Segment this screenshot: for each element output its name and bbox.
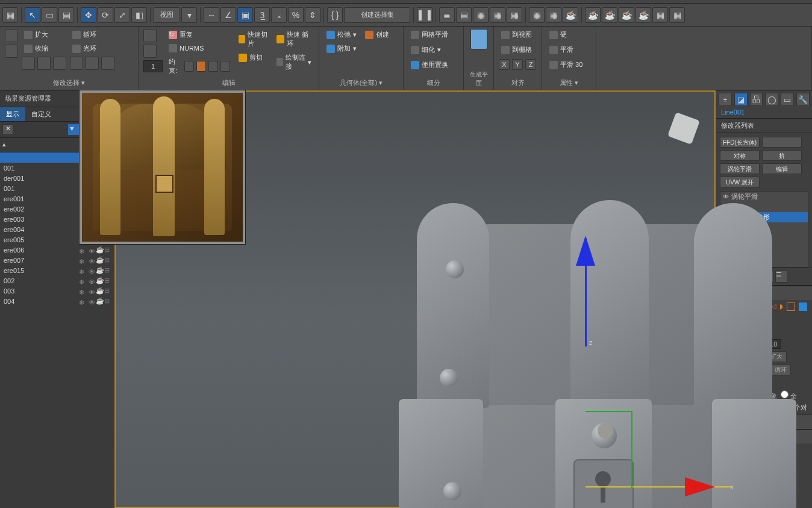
toview-button[interactable]: 到视图 (499, 29, 534, 40)
extra2-icon[interactable]: ▦ (669, 7, 685, 23)
smooth30-button[interactable]: 平滑 30 (547, 59, 585, 71)
quickloop-button[interactable]: 快速 循环 (274, 29, 314, 49)
attach-button[interactable]: 附加 ▾ (324, 43, 359, 54)
modifier-button[interactable] (762, 137, 802, 148)
close-icon[interactable]: ✕ (2, 124, 13, 135)
material-icon[interactable]: ▦ (507, 7, 522, 23)
angle-snap-icon[interactable]: ⦟ (271, 7, 287, 23)
con1-icon[interactable] (184, 61, 194, 72)
edit-num[interactable] (143, 60, 163, 72)
render-frame-icon[interactable]: ▦ (546, 7, 561, 23)
nurms-button[interactable]: NURMS (166, 43, 233, 54)
render-icon[interactable]: ☕ (563, 7, 578, 23)
scale-icon[interactable]: ⤢ (114, 7, 130, 23)
list-item[interactable]: 002❄👁☕⊞ (0, 275, 114, 286)
move-icon[interactable]: ✥ (81, 7, 96, 23)
tab-custom[interactable]: 自定义 (25, 107, 57, 121)
list-item[interactable]: ere006❄👁☕⊞ (0, 245, 114, 255)
schematic-icon[interactable]: ▦ (490, 7, 505, 23)
tab-motion-icon[interactable]: ◯ (765, 93, 778, 106)
subobj-vertex-icon[interactable] (5, 29, 18, 42)
repeat-button[interactable]: ↻重复 (166, 29, 233, 40)
quickslice-button[interactable]: 快速切片 (236, 29, 270, 49)
select-filter-icon[interactable]: ▤ (58, 7, 74, 23)
grow-button[interactable]: 扩大 (22, 29, 66, 40)
viewport-dropdown[interactable]: 视图 (154, 7, 180, 23)
relax-button[interactable]: 松弛 ▾ (324, 29, 359, 40)
modifier-button[interactable]: 编辑 (762, 163, 802, 174)
reference-image[interactable] (80, 90, 245, 244)
teapot3-icon[interactable]: ☕ (619, 7, 634, 23)
cut-button[interactable]: 剪切 (236, 52, 270, 63)
tab-select[interactable]: 显示 (0, 107, 25, 121)
named-sel-icon[interactable]: { } (327, 7, 343, 23)
loop-button[interactable]: 循环 (70, 29, 114, 40)
tab-utilities-icon[interactable]: 🔧 (796, 93, 810, 106)
modifier-button[interactable]: 涡轮平滑 (720, 163, 760, 174)
makeplanar-icon[interactable] (470, 29, 487, 49)
sub6-icon[interactable] (101, 57, 114, 70)
align-y-button[interactable]: Y (512, 59, 523, 70)
render-setup-icon[interactable]: ▦ (529, 7, 545, 23)
transform-gizmo[interactable]: x z (586, 363, 586, 363)
extra1-icon[interactable]: ▦ (652, 7, 668, 23)
tab-hierarchy-icon[interactable]: 品 (750, 93, 763, 106)
modifier-list-label[interactable]: 修改器列表 (716, 119, 812, 133)
teapot4-icon[interactable]: ☕ (636, 7, 651, 23)
viewport[interactable]: x z ✋ (114, 90, 716, 508)
sub5-icon[interactable] (86, 57, 99, 70)
tab-modify-icon[interactable]: ◪ (734, 93, 748, 106)
shrink-button[interactable]: 收缩 (22, 43, 66, 54)
tool-icon[interactable]: ▦ (2, 7, 18, 23)
viewcube[interactable] (667, 112, 700, 145)
subobj-element-icon[interactable] (799, 303, 807, 311)
filter-icon[interactable]: ▼ (68, 124, 79, 135)
tab-create-icon[interactable]: + (719, 93, 732, 106)
sub2-icon[interactable] (37, 57, 51, 70)
snap-toggle-icon[interactable]: ▣ (237, 7, 253, 23)
object-name[interactable]: Line001 (716, 106, 812, 119)
togrid-button[interactable]: 到栅格 (499, 44, 534, 55)
select-region-icon[interactable]: ▭ (42, 7, 57, 23)
layer-icon[interactable]: ▤ (456, 7, 472, 23)
snap3-icon[interactable]: 3̲ (254, 7, 270, 23)
teapot1-icon[interactable]: ☕ (585, 7, 601, 23)
select-icon[interactable]: ↖ (25, 7, 40, 23)
align-icon[interactable]: ≣ (439, 7, 455, 23)
subobj-edge-icon[interactable] (5, 45, 18, 58)
paintconnect-button[interactable]: 绘制连接 ▾ (274, 52, 314, 72)
curve-editor-icon[interactable]: ▦ (473, 7, 489, 23)
align-z-button[interactable]: Z (525, 59, 536, 70)
meshsmooth-button[interactable]: 网格平滑 (408, 29, 451, 40)
hard-button[interactable]: 硬 (547, 29, 569, 40)
list-item[interactable]: 003❄👁☕⊞ (0, 286, 114, 296)
modifier-button[interactable]: UVW 展开 (720, 177, 760, 187)
modifier-button[interactable]: 挤 (762, 150, 802, 161)
coord-icon[interactable]: ▾ (181, 7, 197, 23)
percent-snap-icon[interactable]: % (288, 7, 304, 23)
sub3-icon[interactable] (53, 57, 66, 70)
list-item[interactable]: ere007❄👁☕⊞ (0, 255, 114, 265)
sub1-icon[interactable] (22, 57, 35, 70)
smooth-button[interactable]: 平滑 (547, 44, 576, 55)
placement-icon[interactable]: ◧ (131, 7, 147, 23)
list-item[interactable]: 004❄👁☕⊞ (0, 296, 114, 306)
con2-icon[interactable] (196, 61, 206, 72)
con4-icon[interactable] (220, 61, 230, 72)
usedisp-button[interactable]: 使用置换 (408, 59, 451, 71)
con3-icon[interactable] (208, 61, 218, 72)
ring-button[interactable]: 光环 (70, 43, 114, 54)
create-selection-set[interactable]: 创建选择集 (344, 7, 410, 23)
swift1-icon[interactable] (143, 29, 157, 42)
spinner-snap-icon[interactable]: ⇕ (305, 7, 320, 23)
snap-angle-icon[interactable]: ∠ (220, 7, 236, 23)
align-x-button[interactable]: X (499, 59, 510, 70)
swift2-icon[interactable] (143, 45, 157, 58)
modifier-button[interactable]: 对称 (720, 150, 760, 161)
modifier-button[interactable]: FFD(长方体) (720, 137, 760, 148)
list-item[interactable]: ere015❄👁☕⊞ (0, 265, 114, 275)
tessellate-button[interactable]: 细化 ▾ (408, 44, 443, 55)
create-button[interactable]: 创建 (363, 29, 392, 40)
teapot2-icon[interactable]: ☕ (602, 7, 617, 23)
mirror-icon[interactable]: ▌▐ (417, 7, 433, 23)
